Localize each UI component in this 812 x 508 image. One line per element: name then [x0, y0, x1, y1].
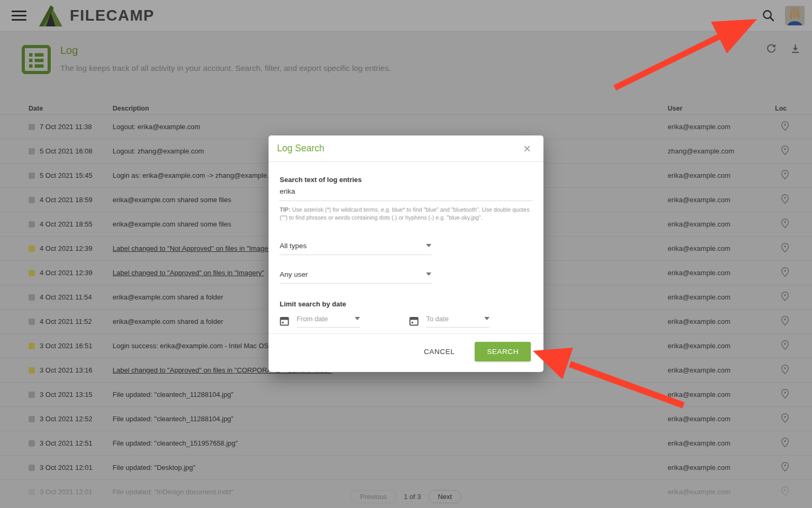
- user-select[interactable]: Any user: [280, 270, 431, 284]
- chevron-down-icon: [355, 317, 360, 320]
- chevron-down-icon: [426, 244, 431, 247]
- date-filter-row: From date To date: [280, 315, 532, 328]
- type-select[interactable]: All types: [280, 242, 431, 255]
- limit-date-label: Limit search by date: [280, 300, 532, 308]
- user-select-value: Any user: [280, 270, 308, 278]
- search-tip: TIP: Use asterisk (*) for wildcard terms…: [280, 206, 532, 222]
- chevron-down-icon: [426, 273, 431, 276]
- from-date-select[interactable]: From date: [297, 315, 360, 328]
- cancel-button[interactable]: CANCEL: [417, 342, 462, 361]
- to-date-placeholder: To date: [426, 315, 449, 323]
- modal-body: Search text of log entries TIP: Use aste…: [269, 162, 543, 333]
- tip-text: Use asterisk (*) for wildcard terms, e.g…: [280, 206, 530, 221]
- log-search-modal: Log Search × Search text of log entries …: [269, 135, 543, 372]
- search-button[interactable]: SEARCH: [475, 342, 531, 361]
- to-date-group: To date: [409, 315, 490, 328]
- modal-title: Log Search: [277, 143, 325, 154]
- close-icon[interactable]: ×: [519, 141, 535, 156]
- calendar-icon: [280, 316, 289, 326]
- calendar-icon: [409, 316, 419, 326]
- modal-footer: CANCEL SEARCH: [269, 333, 543, 372]
- modal-header: Log Search ×: [269, 135, 543, 162]
- to-date-select[interactable]: To date: [426, 315, 490, 328]
- from-date-placeholder: From date: [297, 315, 328, 323]
- log-search-input[interactable]: [280, 184, 532, 201]
- search-text-label: Search text of log entries: [280, 176, 532, 184]
- chevron-down-icon: [484, 317, 490, 320]
- tip-prefix: TIP:: [280, 206, 290, 213]
- from-date-group: From date: [280, 315, 360, 328]
- type-select-value: All types: [280, 242, 307, 250]
